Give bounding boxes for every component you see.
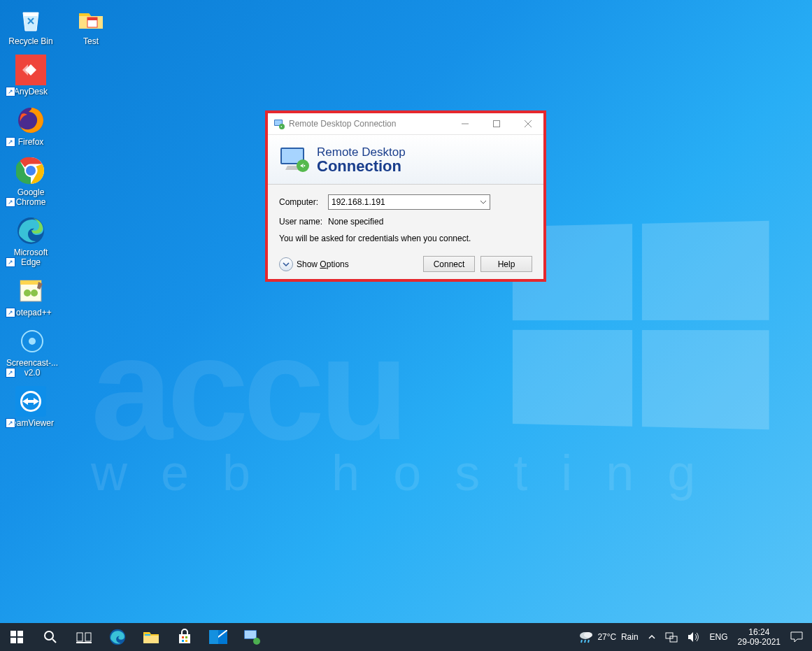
taskbar-app-explorer[interactable] [134,623,168,651]
tray-date: 29-09-2021 [738,637,781,647]
shortcut-arrow-icon: ↗ [6,137,15,147]
dialog-titlebar[interactable]: Remote Desktop Connection [268,113,543,135]
banner-line1: Remote Desktop [317,145,406,159]
rdc-banner-icon [278,145,310,174]
recycle-bin-icon [15,4,46,35]
svg-rect-13 [27,400,35,403]
notepadpp-icon [15,276,46,306]
svg-rect-33 [145,634,150,636]
connect-button[interactable]: Connect [423,256,475,272]
svg-rect-26 [17,638,23,643]
folder-icon [76,4,106,35]
search-icon [43,630,57,644]
svg-point-42 [253,638,260,645]
desktop-icon-label: AnyDesk [14,87,48,96]
tray-overflow[interactable] [643,623,660,651]
maximize-button[interactable] [480,113,512,134]
weather-widget[interactable]: 27°C Rain [573,623,643,651]
taskbar-app-store[interactable] [168,623,201,651]
computer-label: Computer: [279,197,328,207]
weather-cond: Rain [621,632,639,642]
tray-volume[interactable] [683,623,705,651]
computer-combobox[interactable]: 192.168.1.191 [328,194,490,210]
windows-logo-wallpaper [513,221,769,430]
taskbar-app-edge[interactable] [101,623,134,651]
username-label: User name: [279,217,328,227]
rdc-app-icon [273,118,285,129]
shortcut-arrow-icon: ↗ [6,418,15,428]
svg-rect-45 [666,633,673,638]
mail-icon [209,630,227,644]
screencast-icon [17,326,48,357]
shortcut-arrow-icon: ↗ [6,308,15,317]
show-options-toggle[interactable]: Show Options [279,257,349,271]
desktop-icon-label: Recycle Bin [8,36,52,46]
banner-line2: Connection [317,159,406,174]
svg-point-44 [584,632,592,638]
close-button[interactable] [512,113,543,134]
dialog-title: Remote Desktop Connection [289,119,449,129]
credentials-hint: You will be asked for credentials when y… [279,234,532,243]
notification-icon [790,631,803,643]
tray-language[interactable]: ENG [705,623,733,651]
svg-rect-23 [10,631,16,636]
teamviewer-icon [15,386,46,417]
desktop-icon-chrome[interactable]: ↗ Google Chrome [4,155,57,207]
shortcut-arrow-icon: ↗ [6,257,15,267]
show-desktop-button[interactable] [808,623,812,651]
windows-icon [10,631,23,643]
watermark-webhosting: web hosting [91,444,729,501]
taskbar-app-rdc[interactable] [235,623,269,651]
desktop-icon-recycle-bin[interactable]: Recycle Bin [4,4,57,46]
weather-temp: 27°C [597,632,616,642]
svg-rect-34 [182,636,184,638]
tray-time: 16:24 [748,627,769,637]
svg-rect-46 [670,636,677,642]
file-explorer-icon [143,629,159,645]
svg-rect-25 [10,638,16,643]
edge-icon [108,628,127,646]
desktop-icon-firefox[interactable]: ↗ Firefox [4,105,57,147]
username-value: None specified [328,217,383,227]
desktop-icon-notepadpp[interactable]: ↗ Notepad++ [4,276,57,317]
desktop-icon-anydesk[interactable]: ↗ AnyDesk [4,55,57,96]
tray-network[interactable] [660,623,683,651]
start-button[interactable] [0,623,34,651]
tray-clock[interactable]: 16:24 29-09-2021 [733,623,785,651]
desktop-icon-label: Firefox [18,137,44,147]
tray-action-center[interactable] [785,623,808,651]
svg-point-8 [31,289,38,296]
desktop-icon-edge[interactable]: ↗ Microsoft Edge [4,215,57,267]
firefox-icon [15,105,46,136]
desktop-icon-test-folder[interactable]: Test [64,4,117,46]
network-icon [665,631,678,643]
speaker-icon [688,631,700,643]
minimize-button[interactable] [449,113,480,134]
anydesk-icon [15,55,46,85]
svg-rect-39 [209,630,218,644]
shortcut-arrow-icon: ↗ [6,87,15,96]
taskbar-app-mail[interactable] [201,623,235,651]
svg-rect-32 [143,636,159,643]
remote-desktop-dialog: Remote Desktop Connection Remote Desktop… [265,110,546,282]
svg-point-10 [29,338,36,345]
show-options-label: Show Options [297,259,349,269]
chevron-down-icon [480,197,487,207]
desktop-icons-column: Recycle Bin ↗ AnyDesk ↗ Firefox ↗ Google… [4,4,60,428]
edge-icon [15,215,46,246]
search-button[interactable] [34,623,67,651]
svg-rect-35 [185,636,187,638]
chrome-icon [15,155,46,186]
svg-point-7 [24,289,31,296]
desktop-icon-screencast[interactable]: ↗ Screencast-... v2.0 [4,326,60,378]
svg-rect-19 [493,121,499,127]
task-view-button[interactable] [67,623,101,651]
help-button[interactable]: Help [480,256,532,272]
task-view-icon [76,631,92,643]
dialog-banner: Remote Desktop Connection [268,135,543,185]
desktop-icon-teamviewer[interactable]: ↗ TeamViewer [4,386,57,428]
desktop-icons-column-2: Test [64,4,117,46]
svg-rect-36 [182,640,184,642]
taskbar: 27°C Rain ENG 16:24 29-09-2021 [0,623,812,651]
svg-rect-41 [245,631,256,638]
